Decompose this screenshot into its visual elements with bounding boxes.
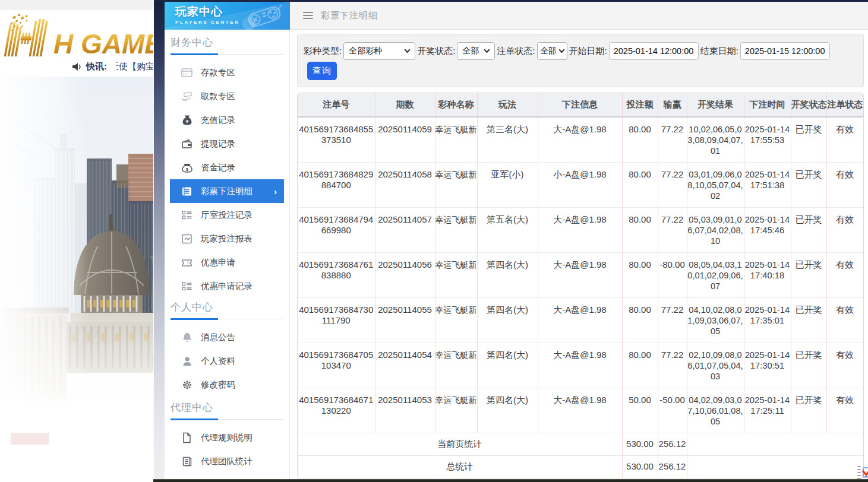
ticker-text: 天使【购宝 <box>116 61 154 72</box>
gear-icon <box>181 379 192 391</box>
sidebar-item[interactable]: 彩票下注明细 › <box>170 179 284 203</box>
ticker-label: 快讯: <box>86 61 107 72</box>
sidebar-item[interactable]: 优惠申请 <box>170 250 284 274</box>
sidebar-item[interactable]: 个人资料 <box>170 349 284 373</box>
cell-bet-info: 大-A盘@1.98 <box>538 343 622 388</box>
cell-play: 第四名(大) <box>477 252 538 297</box>
bottom-dark-strip <box>153 479 868 482</box>
cell-draw-status: 已开奖 <box>791 207 826 252</box>
col-header-lottery: 彩种名称 <box>435 93 477 117</box>
panel-left-shadow <box>153 0 165 482</box>
lottery-type-label: 彩种类型: <box>304 46 342 57</box>
section-title-agent: 代理中心 <box>171 402 283 414</box>
cell-order-status: 有效 <box>826 162 863 207</box>
sidebar-item[interactable]: 取款专区 <box>170 84 284 108</box>
drag-handle-icon[interactable] <box>857 466 861 479</box>
svg-text:¥: ¥ <box>185 119 188 124</box>
cell-period: 20250114059 <box>375 117 435 162</box>
menu-toggle-icon[interactable] <box>303 12 313 19</box>
start-date-label: 开始日期: <box>569 46 607 57</box>
table-row: 401569173684730111790 20250114055 幸运飞艇新 … <box>298 297 863 343</box>
sidebar-item-label: 修改密码 <box>201 379 235 391</box>
sidebar-item-label: 取款专区 <box>201 91 235 102</box>
floating-badge[interactable] <box>856 462 868 482</box>
start-date-input[interactable] <box>609 42 699 60</box>
query-button[interactable]: 查询 <box>307 62 337 80</box>
current-page-summary-label: 当前页统计 <box>298 433 622 455</box>
verify-badge[interactable] <box>863 467 868 477</box>
cell-period: 20250114055 <box>375 297 435 343</box>
cell-draw-status: 已开奖 <box>791 252 826 297</box>
cell-bet-info: 大-A盘@1.98 <box>538 297 622 343</box>
order-status-value: 全部 <box>541 46 557 56</box>
order-status-select[interactable]: 全部 <box>537 42 567 60</box>
filter-panel: 彩种类型: 全部彩种 开奖状态: 全部 注单 <box>297 34 864 87</box>
bet-table: 注单号 期数 彩种名称 玩法 下注信息 投注额 输赢 开奖结果 下注时间 开奖状… <box>298 93 863 478</box>
city-photo <box>0 77 154 482</box>
cell-order-id: 401569173684794669980 <box>298 207 375 252</box>
cell-draw-status: 已开奖 <box>791 117 826 162</box>
sidebar-item[interactable]: 代理团队统计 <box>170 449 284 473</box>
cell-bet-time: 2025-01-14 17:35:01 <box>744 297 791 343</box>
finance-items: 存款专区 取款专区 ¥ 充值记录 <box>165 55 289 298</box>
cell-order-status: 有效 <box>826 252 863 297</box>
sidebar-item-label: 提现记录 <box>201 138 235 150</box>
cell-win-loss: 77.22 <box>658 343 687 388</box>
cell-result: 10,02,06,05,03,08,09,04,07,01 <box>687 117 744 162</box>
person-icon <box>181 356 192 367</box>
cell-order-id: 401569173684829884700 <box>298 162 375 207</box>
col-header-bet-time: 下注时间 <box>744 93 791 117</box>
col-header-period: 期数 <box>375 93 435 117</box>
sidebar-item-label: 消息公告 <box>201 332 235 343</box>
draw-status-select[interactable]: 全部 <box>457 42 495 60</box>
cell-draw-status: 已开奖 <box>791 388 826 433</box>
sidebar-item[interactable]: 厅室投注记录 <box>170 203 284 227</box>
sidebar-item[interactable]: ¥ 充值记录 <box>170 108 284 132</box>
cell-amount: 80.00 <box>622 207 658 252</box>
table-row: 401569173684829884700 20250114058 幸运飞艇新 … <box>298 162 863 207</box>
cell-result: 05,03,09,01,06,07,04,02,08,10 <box>687 207 744 252</box>
sidebar-item-label: 厅室投注记录 <box>201 210 252 221</box>
cell-lottery: 幸运飞艇新 <box>435 388 477 433</box>
cell-result: 03,01,09,06,08,10,05,07,04,02 <box>687 162 744 207</box>
cell-play: 第五名(大) <box>477 207 538 252</box>
sidebar-item-label: 代理规则说明 <box>201 432 252 443</box>
table-header-row: 注单号 期数 彩种名称 玩法 下注信息 投注额 输赢 开奖结果 下注时间 开奖状… <box>298 93 863 117</box>
cell-bet-info: 大-A盘@1.98 <box>538 252 622 297</box>
end-date-input[interactable] <box>740 42 830 60</box>
cell-amount: 50.00 <box>622 388 658 433</box>
cell-lottery: 幸运飞艇新 <box>435 162 477 207</box>
sidebar-item[interactable]: 代理规则说明 <box>170 426 284 449</box>
cell-play: 亚军(小) <box>477 162 538 207</box>
cell-result: 04,10,02,08,01,09,03,06,07,05 <box>687 297 744 343</box>
cell-win-loss: 77.22 <box>658 117 687 162</box>
section-divider <box>171 318 283 320</box>
cell-lottery: 幸运飞艇新 <box>435 117 477 162</box>
sidebar-item[interactable]: 修改密码 <box>170 373 284 397</box>
cell-period: 20250114057 <box>375 207 435 252</box>
sidebar-item-label: 彩票下注明细 <box>201 186 252 197</box>
sidebar-item[interactable]: $ 资金记录 <box>170 156 284 179</box>
cell-order-status: 有效 <box>826 343 863 388</box>
deposit-card-icon <box>181 67 192 78</box>
cell-order-id: 401569173684671130220 <box>298 388 375 433</box>
background-top-strip <box>0 0 154 10</box>
sidebar-item[interactable]: 提现记录 <box>170 132 284 156</box>
chevron-right-icon: › <box>274 187 277 196</box>
lottery-type-value: 全部彩种 <box>349 46 382 56</box>
main-topbar: 彩票下注明细 <box>290 2 868 30</box>
chevron-down-icon <box>484 49 490 53</box>
cell-amount: 80.00 <box>622 343 658 388</box>
sidebar-item[interactable]: 消息公告 <box>170 325 284 349</box>
cell-result: 08,05,04,03,10,01,02,09,06,07 <box>687 252 744 297</box>
sidebar-item-label: 充值记录 <box>201 115 235 126</box>
sidebar-item[interactable]: 存款专区 <box>170 61 284 84</box>
cell-bet-time: 2025-01-14 17:30:51 <box>744 343 791 388</box>
sidebar-item[interactable]: 玩家投注报表 <box>170 227 284 250</box>
bet-table-wrap: 注单号 期数 彩种名称 玩法 下注信息 投注额 输赢 开奖结果 下注时间 开奖状… <box>297 93 864 478</box>
lottery-type-select[interactable]: 全部彩种 <box>343 42 415 60</box>
cell-draw-status: 已开奖 <box>791 297 826 343</box>
sidebar-item[interactable]: 优惠申请记录 <box>170 274 284 298</box>
main-area: 彩票下注明细 彩种类型: 全部彩种 开奖状态: 全部 <box>290 2 868 482</box>
sidebar-item-label: 资金记录 <box>201 162 235 173</box>
